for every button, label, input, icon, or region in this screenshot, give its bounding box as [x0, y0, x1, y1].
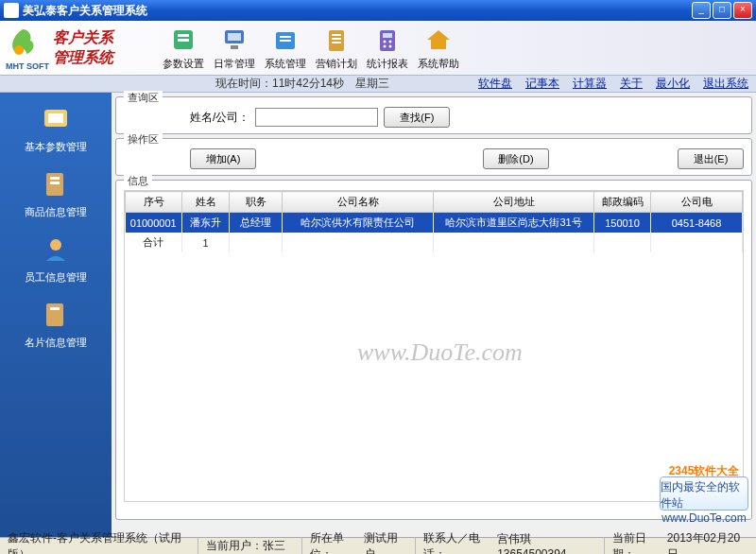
- svg-rect-15: [383, 33, 392, 38]
- info-table-wrap[interactable]: 序号 姓名 职务 公司名称 公司地址 邮政编码 公司电 01000001 潘东升: [124, 190, 744, 502]
- table-header-row: 序号 姓名 职务 公司名称 公司地址 邮政编码 公司电: [126, 192, 743, 213]
- svg-rect-23: [50, 177, 60, 180]
- sidebar-item-basic-params[interactable]: 基本参数管理: [0, 102, 112, 154]
- ribbon-items: 参数设置 日常管理 系统管理 营销计划 统计报表 系统帮助: [161, 25, 461, 71]
- sidebar-item-products[interactable]: 商品信息管理: [0, 167, 112, 219]
- table-total-row: 合计 1: [126, 233, 743, 252]
- query-input[interactable]: [255, 108, 378, 127]
- svg-rect-13: [332, 42, 341, 43]
- svg-point-25: [50, 239, 61, 251]
- app-icon: [4, 3, 19, 18]
- svg-rect-5: [228, 33, 241, 41]
- col-name[interactable]: 姓名: [182, 192, 230, 213]
- logo-icon: [6, 26, 40, 60]
- svg-point-19: [389, 45, 392, 48]
- actions-group: 操作区 增加(A) 删除(D) 退出(E): [115, 138, 752, 176]
- products-icon: [39, 167, 73, 201]
- svg-rect-24: [50, 182, 60, 184]
- link-minimize[interactable]: 最小化: [656, 76, 690, 92]
- svg-rect-21: [48, 113, 63, 123]
- main-area: 基本参数管理 商品信息管理 员工信息管理 名片信息管理 查询区 姓名/公司： 查…: [0, 93, 756, 537]
- close-button[interactable]: ×: [733, 2, 752, 19]
- folder-icon: [270, 25, 301, 55]
- status-user: 当前用户：张三: [198, 538, 302, 554]
- cards-icon: [39, 298, 73, 332]
- badge-brand: 2345软件大全: [669, 463, 740, 479]
- params-icon: [39, 102, 73, 136]
- col-company[interactable]: 公司名称: [283, 192, 434, 213]
- ribbon-settings[interactable]: 参数设置: [161, 25, 206, 71]
- col-zip[interactable]: 邮政编码: [594, 192, 651, 213]
- sidebar-item-cards[interactable]: 名片信息管理: [0, 298, 112, 350]
- link-calculator[interactable]: 计算器: [573, 76, 607, 92]
- ribbon-marketing[interactable]: 营销计划: [314, 25, 359, 71]
- home-icon: [423, 25, 454, 55]
- svg-point-18: [384, 45, 387, 48]
- info-legend: 信息: [124, 174, 152, 188]
- query-group: 查询区 姓名/公司： 查找(F): [115, 96, 752, 134]
- computer-icon: [219, 25, 249, 55]
- brand: MHT SOFT 客户关系 管理系统: [0, 21, 161, 75]
- clipboard-icon: [321, 25, 352, 55]
- delete-button[interactable]: 删除(D): [483, 148, 549, 169]
- minimize-button[interactable]: _: [692, 2, 711, 19]
- sidebar-item-staff[interactable]: 员工信息管理: [0, 233, 112, 285]
- badge-url: www.DuoTe.com: [662, 511, 746, 525]
- col-seq[interactable]: 序号: [126, 192, 182, 213]
- settings-icon: [168, 25, 198, 55]
- link-notepad[interactable]: 记事本: [525, 76, 559, 92]
- svg-rect-3: [178, 39, 189, 42]
- query-label: 姓名/公司：: [190, 110, 249, 126]
- link-about[interactable]: 关于: [620, 76, 643, 92]
- status-contact: 联系人／电话：宫伟琪 13654500394: [416, 538, 605, 554]
- add-button[interactable]: 增加(A): [190, 148, 256, 169]
- table-row[interactable]: 01000001 潘东升 总经理 哈尔滨供水有限责任公司 哈尔滨市道里区尚志大街…: [126, 213, 743, 234]
- svg-rect-11: [332, 34, 341, 36]
- exit-button[interactable]: 退出(E): [678, 148, 744, 169]
- sidebar: 基本参数管理 商品信息管理 员工信息管理 名片信息管理: [0, 93, 112, 537]
- link-diskette[interactable]: 软件盘: [478, 76, 512, 92]
- brand-text: MHT SOFT: [6, 61, 49, 71]
- window-title: 美弘泰客户关系管理系统: [23, 3, 690, 19]
- staff-icon: [39, 233, 73, 267]
- toolbar: MHT SOFT 客户关系 管理系统 参数设置 日常管理 系统管理 营销计划 统…: [0, 21, 756, 76]
- current-time: 现在时间：11时42分14秒 星期三: [215, 76, 389, 92]
- col-phone[interactable]: 公司电: [651, 192, 743, 213]
- maximize-button[interactable]: □: [713, 2, 731, 19]
- ribbon-help[interactable]: 系统帮助: [416, 25, 461, 71]
- status-bar: 鑫宏软件-客户关系管理系统（试用版） 当前用户：张三 所在单位：测试用户 联系人…: [0, 537, 756, 554]
- info-table: 序号 姓名 职务 公司名称 公司地址 邮政编码 公司电 01000001 潘东升: [125, 191, 743, 252]
- col-title[interactable]: 职务: [230, 192, 283, 213]
- svg-rect-12: [332, 38, 341, 40]
- col-address[interactable]: 公司地址: [434, 192, 594, 213]
- svg-point-17: [389, 41, 392, 43]
- sub-toolbar: 现在时间：11时42分14秒 星期三 软件盘 记事本 计算器 关于 最小化 退出…: [0, 76, 756, 93]
- svg-rect-27: [50, 307, 60, 310]
- badge-2345: 2345软件大全 国内最安全的软件站 www.DuoTe.com: [660, 476, 748, 511]
- svg-rect-10: [329, 30, 344, 51]
- status-date: 当前日期：2013年02月20日: [605, 538, 756, 554]
- svg-rect-8: [280, 36, 291, 38]
- svg-point-16: [384, 41, 387, 43]
- content-pane: 查询区 姓名/公司： 查找(F) 操作区 增加(A) 删除(D) 退出(E) 信…: [112, 93, 756, 537]
- window-titlebar: 美弘泰客户关系管理系统 _ □ ×: [0, 0, 756, 21]
- svg-rect-9: [280, 40, 291, 42]
- svg-point-0: [14, 45, 24, 55]
- svg-rect-26: [46, 303, 63, 326]
- ribbon-reports[interactable]: 统计报表: [365, 25, 410, 71]
- calculator-icon: [372, 25, 403, 55]
- svg-rect-2: [178, 34, 189, 37]
- status-product: 鑫宏软件-客户关系管理系统（试用版）: [0, 538, 198, 554]
- brand-chinese: 客户关系 管理系统: [53, 28, 113, 68]
- actions-legend: 操作区: [124, 132, 163, 147]
- status-org: 所在单位：测试用户: [302, 538, 416, 554]
- link-exit[interactable]: 退出系统: [703, 76, 748, 92]
- find-button[interactable]: 查找(F): [384, 107, 450, 128]
- svg-rect-6: [231, 45, 238, 49]
- quick-links: 软件盘 记事本 计算器 关于 最小化 退出系统: [478, 76, 748, 92]
- badge-slogan: 国内最安全的软件站: [661, 479, 747, 511]
- ribbon-system[interactable]: 系统管理: [263, 25, 308, 71]
- query-legend: 查询区: [124, 91, 163, 105]
- info-group: 信息 序号 姓名 职务 公司名称 公司地址 邮政编码 公司电: [115, 180, 752, 520]
- ribbon-daily[interactable]: 日常管理: [212, 25, 257, 71]
